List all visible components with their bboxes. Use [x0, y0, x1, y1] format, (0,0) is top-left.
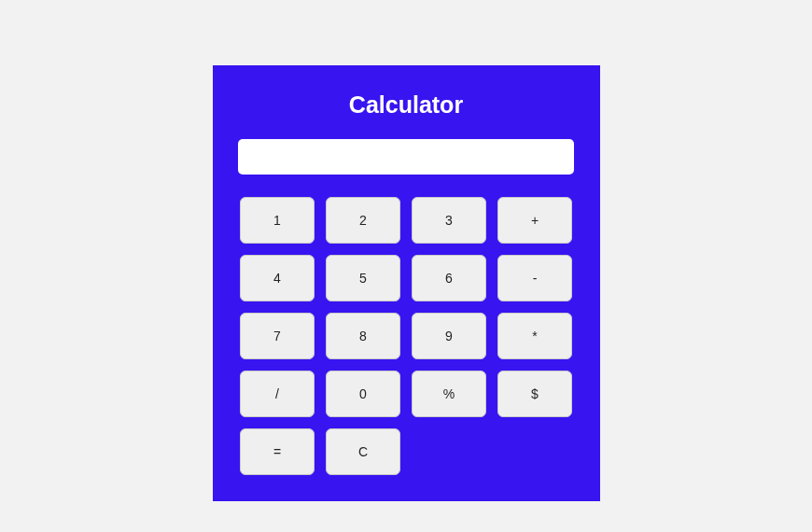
key-3[interactable]: 3 [412, 197, 486, 244]
key-multiply[interactable]: * [497, 313, 572, 359]
key-2[interactable]: 2 [326, 197, 400, 244]
key-8[interactable]: 8 [326, 313, 400, 359]
calculator-title: Calculator [231, 91, 581, 119]
key-5[interactable]: 5 [326, 255, 400, 301]
key-plus[interactable]: + [497, 197, 572, 244]
calculator-panel: Calculator 1 2 3 + 4 5 6 - 7 8 9 * / 0 %… [213, 65, 600, 501]
key-percent[interactable]: % [412, 371, 486, 417]
key-7[interactable]: 7 [240, 313, 315, 359]
display-input[interactable] [238, 139, 574, 175]
key-0[interactable]: 0 [326, 371, 400, 417]
key-divide[interactable]: / [240, 371, 315, 417]
key-equals[interactable]: = [240, 428, 315, 475]
key-9[interactable]: 9 [412, 313, 486, 359]
key-1[interactable]: 1 [240, 197, 315, 244]
key-6[interactable]: 6 [412, 255, 486, 301]
key-dollar[interactable]: $ [497, 371, 572, 417]
key-clear[interactable]: C [326, 428, 400, 475]
key-minus[interactable]: - [497, 255, 572, 301]
keypad: 1 2 3 + 4 5 6 - 7 8 9 * / 0 % $ = C [231, 197, 581, 475]
key-4[interactable]: 4 [240, 255, 315, 301]
